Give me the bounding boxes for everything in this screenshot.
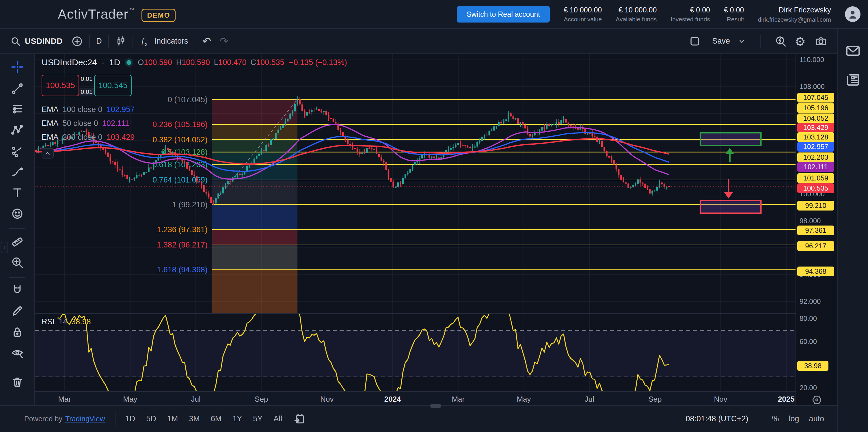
- mail-icon[interactable]: [845, 43, 861, 58]
- svg-text:x: x: [145, 41, 148, 47]
- rsi-value: 38.98: [71, 317, 91, 326]
- range-1m[interactable]: 1M: [167, 414, 178, 423]
- price-axis-label: 105.196: [797, 103, 834, 113]
- drawing-toolbar: [0, 54, 35, 405]
- go-to-date-icon[interactable]: [294, 413, 306, 425]
- emoji-tool-icon[interactable]: [11, 207, 24, 220]
- symbol-search[interactable]: USDINDD: [10, 36, 63, 47]
- legend-title-row[interactable]: USDIndDec24 · 1D O100.590 H100.590 L100.…: [41, 58, 347, 67]
- long-target-box: [700, 133, 761, 146]
- xabcd-pattern-tool-icon[interactable]: [11, 124, 24, 136]
- trend-line-tool-icon[interactable]: [11, 82, 24, 95]
- avatar[interactable]: [845, 6, 861, 22]
- price-axis[interactable]: 110.000108.000100.00098.00094.00092.0001…: [796, 54, 837, 405]
- time-axis-label: Sep: [255, 395, 268, 404]
- timezone-hexagon-icon[interactable]: [811, 394, 823, 406]
- main-column: USDINDD D ƒx Indicators ↶ ↷: [0, 29, 837, 432]
- range-3m[interactable]: 3M: [189, 414, 200, 423]
- collapse-toolbar-button[interactable]: [1, 242, 8, 253]
- lock-tool-icon[interactable]: [11, 326, 24, 338]
- chevron-down-icon[interactable]: [738, 37, 746, 45]
- rsi-axis-tick: 80.00: [800, 314, 817, 322]
- sell-button[interactable]: 100.535: [41, 75, 79, 96]
- app-header: ActivTrader ™ DEMO Switch to Real accoun…: [0, 0, 868, 29]
- range-1y[interactable]: 1Y: [232, 414, 242, 423]
- bottombar-separator: [115, 412, 116, 426]
- range-buttons: 1D 5D 1M 3M 6M 1Y 5Y All: [125, 414, 282, 423]
- fib-retracement-tool-icon[interactable]: [11, 103, 24, 116]
- remove-drawings-tool-icon[interactable]: [11, 376, 24, 389]
- indicators-button[interactable]: ƒx Indicators: [140, 35, 188, 47]
- time-axis-label: May: [517, 395, 531, 404]
- buy-button[interactable]: 100.545: [94, 75, 132, 96]
- clock[interactable]: 08:01:48 (UTC+2): [686, 414, 748, 423]
- price-axis-label: 103.128: [797, 132, 834, 142]
- range-1d[interactable]: 1D: [125, 414, 135, 423]
- svg-text:↶: ↶: [203, 35, 211, 47]
- main-chart-pane[interactable]: 0 (107.045)0.236 (105.196)0.382 (104.052…: [35, 54, 796, 313]
- time-axis[interactable]: MarMayJulSepNov2024MarMayJulSepNov2025: [35, 391, 796, 405]
- chevron-up-icon: [44, 150, 51, 156]
- price-axis-label: 104.052: [797, 114, 834, 123]
- interval-button[interactable]: D: [96, 37, 102, 45]
- switch-to-real-account-button[interactable]: Switch to Real account: [457, 6, 550, 23]
- range-5d[interactable]: 5D: [146, 414, 156, 423]
- zoom-in-tool-icon[interactable]: [11, 256, 24, 269]
- user-info: Dirk Friczewsky dirk.friczewsky@gmail.co…: [758, 5, 831, 23]
- toolbar-right: Save ⚙: [689, 35, 827, 48]
- save-button[interactable]: Save: [712, 37, 730, 45]
- range-5y[interactable]: 5Y: [253, 414, 262, 423]
- symbol-search-value: USDINDD: [25, 37, 63, 46]
- measure-tool-icon[interactable]: [11, 236, 24, 248]
- crosshair-tool-icon[interactable]: [11, 61, 24, 73]
- stat-label: Invested funds: [671, 16, 710, 23]
- drawing-mode-tool-icon[interactable]: [11, 305, 24, 317]
- ema-50-row[interactable]: EMA 50 close 0 102.111: [41, 116, 347, 130]
- ema-200-row[interactable]: EMA 200 close 0 103.429: [41, 130, 347, 144]
- bottombar-separator: [760, 412, 760, 426]
- stat-available-funds: € 10 000.00 Available funds: [616, 6, 657, 23]
- quick-search-icon[interactable]: [774, 35, 786, 48]
- spread-display: 0.01 0.01: [79, 75, 94, 96]
- chart-toolbar: USDINDD D ƒx Indicators ↶ ↷: [0, 29, 837, 54]
- news-icon[interactable]: [845, 72, 861, 87]
- tradingview-link[interactable]: TradingView: [65, 415, 105, 423]
- camera-icon[interactable]: [815, 35, 827, 48]
- add-symbol-icon[interactable]: [71, 35, 83, 47]
- demo-badge: DEMO: [142, 9, 176, 22]
- svg-text:⚙: ⚙: [795, 35, 806, 48]
- bottom-toolbar: Powered by TradingView 1D 5D 1M 3M 6M 1Y…: [0, 405, 837, 432]
- ema-100-row[interactable]: EMA 100 close 0 102.957: [41, 102, 347, 116]
- legend-collapse-button[interactable]: [41, 148, 54, 158]
- chart-style-icon[interactable]: [115, 36, 126, 47]
- forecast-tool-icon[interactable]: [11, 145, 24, 157]
- range-6m[interactable]: 6M: [211, 414, 222, 423]
- price-axis-tick: 108.000: [800, 83, 825, 91]
- fib-level-label: 1.618 (94.368): [157, 266, 208, 274]
- ema-50-value: 102.111: [102, 119, 129, 128]
- scrollbar-handle[interactable]: [430, 404, 441, 408]
- rsi-legend[interactable]: RSI 14 38.98: [41, 317, 91, 326]
- settings-gear-icon[interactable]: ⚙: [794, 35, 807, 48]
- chart-content: 0 (107.045)0.236 (105.196)0.382 (104.052…: [0, 54, 837, 405]
- toolbar-separator: [108, 35, 109, 48]
- range-all[interactable]: All: [274, 414, 282, 423]
- fx-icon: ƒx: [140, 35, 151, 47]
- hide-drawings-tool-icon[interactable]: [11, 347, 24, 360]
- text-tool-icon[interactable]: [11, 186, 24, 199]
- market-status-dot[interactable]: [126, 60, 131, 65]
- undo-icon[interactable]: ↶: [202, 35, 214, 48]
- fib-band: [212, 229, 298, 245]
- magnet-tool-icon[interactable]: [11, 284, 24, 297]
- short-target-box: [700, 201, 761, 213]
- brush-tool-icon[interactable]: [11, 166, 24, 179]
- redo-icon[interactable]: ↷: [219, 35, 231, 48]
- rsi-pane[interactable]: RSI 14 38.98: [35, 313, 796, 391]
- auto-scale-toggle[interactable]: auto: [809, 414, 824, 423]
- rsi-canvas[interactable]: [35, 314, 796, 391]
- chart-legend: USDIndDec24 · 1D O100.590 H100.590 L100.…: [41, 58, 347, 158]
- layout-icon[interactable]: [689, 35, 701, 47]
- stat-invested-funds: € 0.00 Invested funds: [671, 6, 710, 23]
- percent-scale-toggle[interactable]: %: [772, 414, 779, 423]
- log-scale-toggle[interactable]: log: [788, 414, 799, 423]
